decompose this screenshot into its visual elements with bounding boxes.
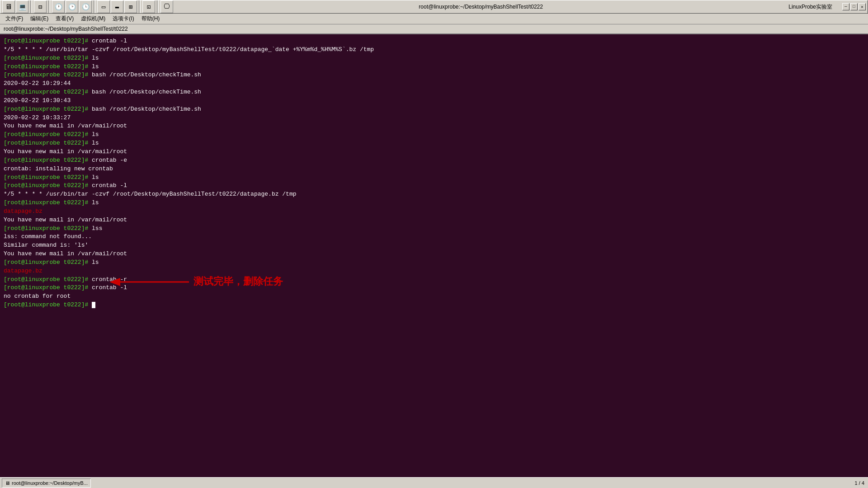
terminal-titlebar: 🖥 💻 ⊟ 🕐 🕑 🕒 ▭ ▬ ⊞ ⊡ 🖵 root@linuxprobe:~/… <box>0 0 868 14</box>
menu-edit[interactable]: 编辑(E) <box>27 14 52 23</box>
menu-vm[interactable]: 虚拟机(M) <box>77 14 109 23</box>
line-6: 2020-02-22 10:29:44 <box>4 80 864 88</box>
line-27: [root@linuxprobe t0222]# ls <box>4 258 864 267</box>
toolbar-sep2 <box>48 0 50 13</box>
taskbar-terminal[interactable]: 🖥 root@linuxprobe:~/Desktop/myB... <box>2 479 91 488</box>
line-20: [root@linuxprobe t0222]# ls <box>4 199 864 207</box>
screen3-icon[interactable]: ⊞ <box>124 0 137 13</box>
clock1-icon[interactable]: 🕐 <box>52 0 65 13</box>
arrow-line: [root@linuxprobe t0222]# crontab -r 测试完毕… <box>4 276 864 284</box>
arrow-svg <box>110 277 191 287</box>
taskbar-page: 1 / 4 <box>855 480 864 486</box>
line-12: [root@linuxprobe t0222]# ls <box>4 131 864 139</box>
line-9: [root@linuxprobe t0222]# bash /root/Desk… <box>4 105 864 114</box>
clock2-icon[interactable]: 🕑 <box>66 0 78 13</box>
line-11: You have new mail in /var/mail/root <box>4 122 864 131</box>
line-19: */5 * * * * /usr/bin/tar -czvf /root/Des… <box>4 190 864 199</box>
line-5: [root@linuxprobe t0222]# bash /root/Desk… <box>4 71 864 80</box>
line-2: */5 * * * * /usr/bin/tar -czvf /root/Des… <box>4 46 864 54</box>
line-31: no crontab for root <box>4 292 864 301</box>
window-title: root@linuxprobe:~/Desktop/myBashShellTes… <box>174 4 788 10</box>
lab-name-title: LinuxProbe实验室 <box>788 3 832 11</box>
line-10: 2020-02-22 10:33:27 <box>4 114 864 122</box>
menubar: 文件(F) 编辑(E) 查看(V) 虚拟机(M) 选项卡(I) 帮助(H) <box>0 14 868 24</box>
taskbar-terminal-icon: 🖥 <box>5 480 10 486</box>
terminal-window: 🖥 💻 ⊟ 🕐 🕑 🕒 ▭ ▬ ⊞ ⊡ 🖵 root@linuxprobe:~/… <box>0 0 868 477</box>
line-32: [root@linuxprobe t0222]# <box>4 301 864 310</box>
annotation-text: 测试完毕，删除任务 <box>193 275 283 288</box>
line-23: [root@linuxprobe t0222]# lss <box>4 225 864 233</box>
page-indicator: 1 / 4 <box>855 480 864 486</box>
line-22: You have new mail in /var/mail/root <box>4 216 864 225</box>
line-1: [root@linuxprobe t0222]# crontab -l <box>4 37 864 46</box>
line-3: [root@linuxprobe t0222]# ls <box>4 54 864 63</box>
window-minimize[interactable]: ─ <box>842 3 849 10</box>
menu-help[interactable]: 帮助(H) <box>138 14 164 23</box>
line-18: [root@linuxprobe t0222]# crontab -l <box>4 182 864 190</box>
terminal-icon[interactable]: 🖥 <box>2 0 15 13</box>
toolbar-sep4 <box>139 0 141 13</box>
line-14: You have new mail in /var/mail/root <box>4 148 864 156</box>
toolbar-sep5 <box>157 0 159 13</box>
line-4: [root@linuxprobe t0222]# ls <box>4 63 864 71</box>
line-13: [root@linuxprobe t0222]# ls <box>4 139 864 148</box>
screen1-icon[interactable]: ▭ <box>97 0 110 13</box>
line-28: datapage.bz <box>4 267 864 276</box>
path-text: root@linuxprobe:~/Desktop/myBashShellTes… <box>4 26 128 32</box>
copy-icon[interactable]: ⊟ <box>34 0 47 13</box>
menu-file[interactable]: 文件(F) <box>2 14 27 23</box>
terminal-content[interactable]: [root@linuxprobe t0222]# crontab -l */5 … <box>0 34 868 477</box>
path-bar: root@linuxprobe:~/Desktop/myBashShellTes… <box>0 24 868 34</box>
screen2-icon[interactable]: ▬ <box>111 0 123 13</box>
line-17: [root@linuxprobe t0222]# ls <box>4 174 864 182</box>
line-24: lss: command not found... <box>4 233 864 241</box>
taskbar-terminal-label: root@linuxprobe:~/Desktop/myB... <box>12 480 88 486</box>
line-21: datapage.bz <box>4 207 864 216</box>
window-restore[interactable]: □ <box>850 3 858 10</box>
monitor-icon[interactable]: 🖵 <box>160 0 173 13</box>
clock3-icon[interactable]: 🕒 <box>79 0 92 13</box>
taskbar: 🖥 root@linuxprobe:~/Desktop/myB... 1 / 4 <box>0 477 868 488</box>
menu-tab[interactable]: 选项卡(I) <box>109 14 137 23</box>
line-25: Similar command is: 'ls' <box>4 241 864 250</box>
screen4-icon[interactable]: ⊡ <box>142 0 155 13</box>
line-16: crontab: installing new crontab <box>4 165 864 174</box>
toolbar-sep1 <box>30 0 32 13</box>
computer-icon[interactable]: 💻 <box>16 0 28 13</box>
line-15: [root@linuxprobe t0222]# crontab -e <box>4 156 864 165</box>
window-close[interactable]: ✕ <box>859 3 866 10</box>
line-8: 2020-02-22 10:30:43 <box>4 97 864 105</box>
line-7: [root@linuxprobe t0222]# bash /root/Desk… <box>4 88 864 97</box>
line-26: You have new mail in /var/mail/root <box>4 250 864 258</box>
menu-view[interactable]: 查看(V) <box>52 14 77 23</box>
toolbar-sep3 <box>94 0 95 13</box>
